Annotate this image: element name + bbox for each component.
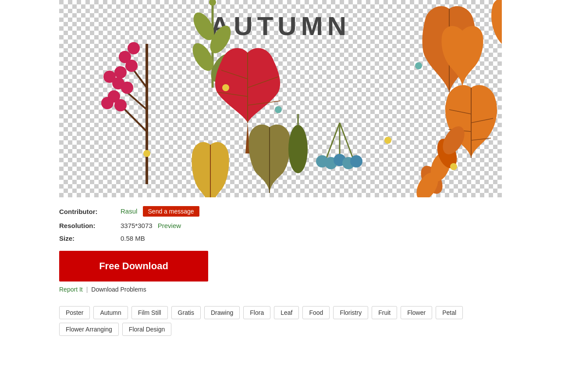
free-download-button[interactable]: Free Download xyxy=(59,251,208,282)
tag-item[interactable]: Floristry xyxy=(333,306,368,319)
contributor-label: Contributor: xyxy=(59,208,121,215)
contributor-row: Contributor: Rasul Send a message xyxy=(59,206,502,217)
svg-point-16 xyxy=(121,82,133,94)
svg-point-56 xyxy=(384,137,391,144)
svg-point-59 xyxy=(143,150,150,157)
resolution-value: 3375*3073 Preview xyxy=(121,222,181,229)
tag-item[interactable]: Drawing xyxy=(204,306,240,319)
resolution-text: 3375*3073 xyxy=(121,222,153,229)
tag-item[interactable]: Food xyxy=(302,306,330,319)
contributor-value: Rasul Send a message xyxy=(121,206,199,217)
resolution-row: Resolution: 3375*3073 Preview xyxy=(59,222,502,229)
main-image: AUTUMN xyxy=(59,0,502,197)
svg-point-19 xyxy=(114,99,127,111)
tag-item[interactable]: Fruit xyxy=(372,306,397,319)
tag-item[interactable]: Flower xyxy=(401,306,432,319)
image-container: AUTUMN xyxy=(59,0,502,197)
svg-point-54 xyxy=(222,84,229,91)
tag-item[interactable]: Floral Design xyxy=(122,323,171,336)
size-label: Size: xyxy=(59,235,121,242)
svg-point-55 xyxy=(275,106,282,113)
svg-point-38 xyxy=(288,125,308,173)
size-value: 0.58 MB xyxy=(121,235,145,242)
send-message-button[interactable]: Send a message xyxy=(143,206,199,217)
download-links: Report It | Download Problems xyxy=(59,286,502,293)
tag-item[interactable]: Film Still xyxy=(131,306,168,319)
tag-item[interactable]: Flower Arranging xyxy=(59,323,119,336)
svg-point-57 xyxy=(415,62,422,69)
info-section: Contributor: Rasul Send a message Resolu… xyxy=(59,197,502,345)
svg-text:AUTUMN: AUTUMN xyxy=(210,11,351,41)
resolution-label: Resolution: xyxy=(59,222,121,229)
tag-item[interactable]: Poster xyxy=(59,306,90,319)
preview-link[interactable]: Preview xyxy=(158,222,181,229)
size-row: Size: 0.58 MB xyxy=(59,235,502,242)
svg-point-58 xyxy=(450,163,457,170)
svg-point-18 xyxy=(101,97,114,109)
tag-item[interactable]: Leaf xyxy=(274,306,299,319)
tag-item[interactable]: Autumn xyxy=(93,306,128,319)
svg-point-10 xyxy=(128,42,140,54)
report-it-link[interactable]: Report It xyxy=(59,286,83,293)
download-problems-link[interactable]: Download Problems xyxy=(91,286,146,293)
svg-point-13 xyxy=(114,66,127,78)
svg-point-12 xyxy=(125,60,138,72)
contributor-link[interactable]: Rasul xyxy=(121,207,137,215)
link-separator: | xyxy=(86,286,88,293)
tag-item[interactable]: Petal xyxy=(436,306,463,319)
tag-item[interactable]: Gratis xyxy=(171,306,201,319)
tags-section: PosterAutumnFilm StillGratisDrawingFlora… xyxy=(59,306,502,336)
svg-point-47 xyxy=(350,155,362,167)
tag-item[interactable]: Flora xyxy=(243,306,270,319)
